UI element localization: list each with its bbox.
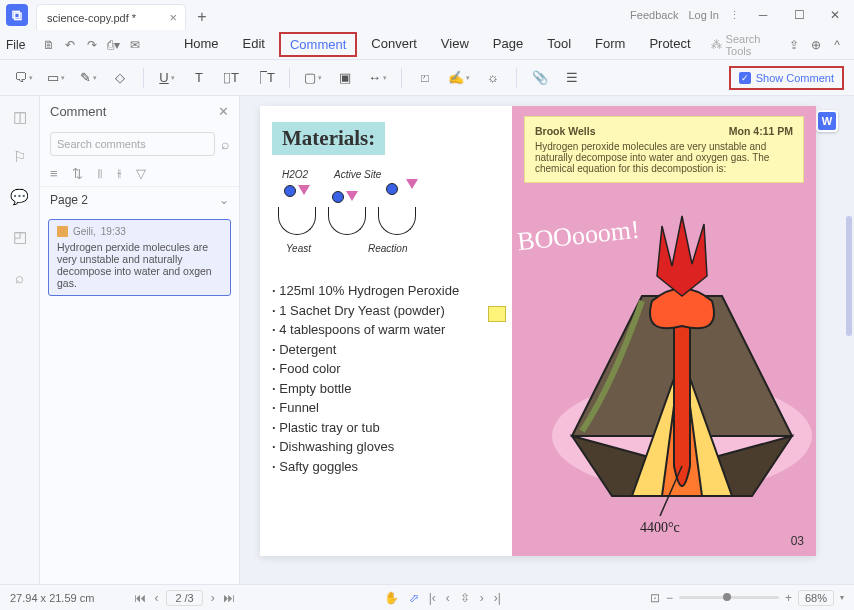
measure-tool[interactable]: ↔▾ [364, 65, 391, 91]
sort-icon[interactable]: ⇅ [72, 166, 83, 182]
close-panel-icon[interactable]: ✕ [218, 104, 229, 119]
file-menu[interactable]: File [6, 38, 30, 52]
document-tab[interactable]: science-copy.pdf * × [36, 4, 186, 30]
filter2-icon[interactable]: ⫳ [117, 166, 122, 182]
comments-panel: Comment ✕ Search comments ⌕ ≡ ⇅ ⫴ ⫳ ▽ Pa… [40, 96, 240, 584]
last-icon[interactable]: ›| [494, 591, 501, 605]
shape-tool[interactable]: ▢▾ [300, 65, 326, 91]
new-tab-button[interactable]: + [190, 5, 214, 29]
menu-form[interactable]: Form [585, 32, 635, 57]
share-icon[interactable]: ⇪ [785, 34, 803, 56]
login-link[interactable]: Log In [688, 9, 719, 21]
cloud-icon[interactable]: ⊕ [807, 34, 825, 56]
tab-title: science-copy.pdf * [47, 12, 136, 24]
textbox-tool[interactable]: ⌷T [218, 65, 244, 91]
close-window-button[interactable]: ✕ [822, 2, 848, 28]
menu-tool[interactable]: Tool [537, 32, 581, 57]
menu-protect[interactable]: Protect [639, 32, 700, 57]
page-dimensions: 27.94 x 21.59 cm [10, 592, 94, 604]
filter1-icon[interactable]: ⫴ [97, 166, 103, 182]
menu-convert[interactable]: Convert [361, 32, 427, 57]
scrollbar-thumb[interactable] [846, 216, 852, 336]
note-tool[interactable]: 🗨▾ [10, 65, 37, 91]
bookmark-icon[interactable]: ⚐ [9, 146, 31, 168]
search-icon[interactable]: ⌕ [221, 136, 229, 152]
document-canvas[interactable]: W Materials: H2O2 Active Site Yeast Reac… [240, 96, 854, 584]
pencil-tool[interactable]: ✎▾ [75, 65, 101, 91]
menu-view[interactable]: View [431, 32, 479, 57]
funnel-icon[interactable]: ▽ [136, 166, 146, 182]
prev-page-icon[interactable]: ‹ [154, 591, 158, 605]
comment-text[interactable]: Hydrogen perxide molecules are very unst… [57, 241, 222, 289]
list-item: 1 Sachet Dry Yeast (powder) [272, 301, 500, 321]
list-item: 4 tablespoons of warm water [272, 320, 500, 340]
text-tool[interactable]: T [186, 65, 212, 91]
comment-time: 19:33 [101, 226, 126, 237]
app-icon: ⧉ [6, 4, 28, 26]
word-badge-icon[interactable]: W [816, 110, 838, 132]
titlebar: ⧉ science-copy.pdf * × + Feedback Log In… [0, 0, 854, 30]
first-icon[interactable]: |‹ [429, 591, 436, 605]
stamp-create-tool[interactable]: ☼ [480, 65, 506, 91]
sticky-body: Hydrogen peroxide molecules are very uns… [535, 141, 793, 174]
menu-home[interactable]: Home [174, 32, 229, 57]
redo-icon[interactable]: ↷ [83, 34, 101, 56]
last-page-icon[interactable]: ⏭ [223, 591, 235, 605]
eraser-tool[interactable]: ◇ [107, 65, 133, 91]
comments-icon[interactable]: 💬 [9, 186, 31, 208]
search-comments-input[interactable]: Search comments [50, 132, 215, 156]
hand-tool-icon[interactable]: ✋ [384, 591, 399, 605]
page-group-header[interactable]: Page 2 ⌄ [40, 186, 239, 213]
save-icon[interactable]: 🗎 [40, 34, 58, 56]
select-tool-icon[interactable]: ⬀ [409, 591, 419, 605]
callout-tool[interactable]: ⎾T [250, 65, 279, 91]
scroll-icon[interactable]: ⇳ [460, 591, 470, 605]
next-icon[interactable]: › [480, 591, 484, 605]
comment-card[interactable]: Geili, 19:33 Hydrogen perxide molecules … [48, 219, 231, 296]
comments-panel-title: Comment [50, 104, 106, 119]
comment-author: Geili, [73, 226, 96, 237]
check-icon: ✓ [739, 72, 751, 84]
area-highlight-tool[interactable]: ▣ [332, 65, 358, 91]
maximize-button[interactable]: ☐ [786, 2, 812, 28]
comments-list-tool[interactable]: ☰ [559, 65, 585, 91]
search-icon[interactable]: ⌕ [9, 266, 31, 288]
thumbnails-icon[interactable]: ◫ [9, 106, 31, 128]
attachments-icon[interactable]: ◰ [9, 226, 31, 248]
show-comment-toggle[interactable]: ✓ Show Comment [729, 66, 844, 90]
highlight-tool[interactable]: ▭▾ [43, 65, 69, 91]
sticky-note-marker[interactable] [488, 306, 506, 322]
search-tools[interactable]: ⁂Search Tools [711, 33, 774, 57]
expand-all-icon[interactable]: ≡ [50, 166, 58, 182]
zoom-value[interactable]: 68% [798, 590, 834, 606]
underline-tool[interactable]: U▾ [154, 65, 180, 91]
menu-comment[interactable]: Comment [279, 32, 357, 57]
signature-tool[interactable]: ✍▾ [444, 65, 474, 91]
page-indicator[interactable]: 2 /3 [166, 590, 202, 606]
close-tab-icon[interactable]: × [169, 10, 177, 25]
minimize-button[interactable]: ─ [750, 2, 776, 28]
statusbar: 27.94 x 21.59 cm ⏮ ‹ 2 /3 › ⏭ ✋ ⬀ |‹ ‹ ⇳… [0, 584, 854, 610]
fit-page-icon[interactable]: ⊡ [650, 591, 660, 605]
page-number: 03 [791, 534, 804, 548]
attachment-tool[interactable]: 📎 [527, 65, 553, 91]
menubar: File 🗎 ↶ ↷ ⎙▾ ✉ Home Edit Comment Conver… [0, 30, 854, 60]
left-sidebar: ◫ ⚐ 💬 ◰ ⌕ [0, 96, 40, 584]
menu-page[interactable]: Page [483, 32, 533, 57]
chevron-down-icon[interactable]: ▾ [840, 593, 844, 602]
first-page-icon[interactable]: ⏮ [134, 591, 146, 605]
zoom-out-icon[interactable]: − [666, 591, 673, 605]
zoom-slider[interactable] [679, 596, 779, 599]
next-page-icon[interactable]: › [211, 591, 215, 605]
mail-icon[interactable]: ✉ [126, 34, 144, 56]
undo-icon[interactable]: ↶ [62, 34, 80, 56]
zoom-in-icon[interactable]: + [785, 591, 792, 605]
stamp-tool[interactable]: ⏍ [412, 65, 438, 91]
collapse-ribbon-icon[interactable]: ^ [828, 34, 846, 56]
menu-edit[interactable]: Edit [233, 32, 275, 57]
prev-icon[interactable]: ‹ [446, 591, 450, 605]
print-icon[interactable]: ⎙▾ [105, 34, 123, 56]
more-icon[interactable]: ⋮ [729, 9, 740, 22]
sticky-note-popup[interactable]: Brook Wells Mon 4:11 PM Hydrogen peroxid… [524, 116, 804, 183]
feedback-link[interactable]: Feedback [630, 9, 678, 21]
